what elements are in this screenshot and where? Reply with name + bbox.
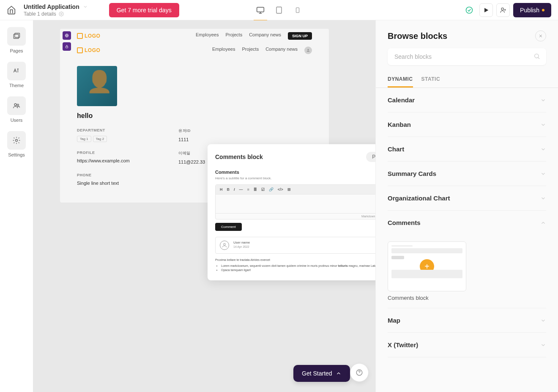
chevron-up-icon — [540, 220, 546, 226]
signup-button[interactable]: SIGN UP — [288, 32, 312, 40]
help-icon[interactable] — [350, 363, 369, 382]
category-kanban[interactable]: Kanban — [388, 112, 546, 137]
heading-tool[interactable]: H — [220, 187, 223, 192]
category-calendar[interactable]: Calendar — [388, 88, 546, 112]
preview-badge: Preview — [366, 152, 375, 162]
comments-block-thumbnail[interactable]: + — [388, 241, 466, 291]
nav-link-employees[interactable]: Employees — [212, 47, 235, 54]
svg-rect-7 — [15, 33, 20, 38]
logo-text: LOGO — [85, 33, 100, 39]
canvas-area: LOGO Employees Projects Company news SIG… — [33, 20, 375, 392]
phone-label: PHONE — [77, 173, 136, 177]
sidebar-item-label: Settings — [8, 152, 25, 157]
sidebar-item-label: Pages — [10, 48, 23, 53]
category-map[interactable]: Map — [388, 308, 546, 333]
nav-link-employees[interactable]: Employees — [196, 32, 219, 40]
category-org-chart[interactable]: Organizational Chart — [388, 186, 546, 211]
chevron-down-icon — [540, 122, 546, 128]
top-bar: Untitled Application Table 1 details Get… — [0, 0, 558, 20]
profile-label: PROFILE — [77, 151, 136, 155]
comments-expanded: + Comments block — [388, 235, 546, 308]
logo-icon — [77, 47, 83, 53]
get-started-button[interactable]: Get Started — [293, 365, 350, 382]
italic-tool[interactable]: I — [234, 187, 235, 192]
block-tabs: DYNAMIC STATIC — [376, 72, 558, 88]
avatar-icon[interactable] — [304, 47, 312, 54]
svg-rect-12 — [66, 47, 68, 48]
publish-label: Publish — [520, 7, 539, 14]
chevron-down-icon[interactable] — [83, 4, 88, 9]
category-comments[interactable]: Comments — [388, 211, 546, 235]
user-avatar-icon — [220, 241, 229, 250]
device-switcher — [256, 6, 302, 14]
bold-tool[interactable]: B — [227, 187, 230, 192]
mobile-icon[interactable] — [293, 6, 302, 14]
comment-submit-button[interactable]: Comment — [215, 223, 242, 231]
browse-blocks-panel: Browse blocks DYNAMIC STATIC Calendar Ka… — [375, 20, 558, 392]
sidebar-item-pages[interactable]: Pages — [7, 27, 26, 53]
sidebar-item-label: Theme — [9, 83, 24, 88]
chevron-down-icon — [540, 195, 546, 201]
hr-tool[interactable]: — — [239, 187, 243, 192]
sidebar-item-users[interactable]: Users — [7, 96, 26, 123]
nav-link-news[interactable]: Company news — [249, 32, 281, 40]
userid-value: 1111 — [178, 137, 238, 142]
tab-static[interactable]: STATIC — [421, 72, 440, 88]
check-status-icon[interactable] — [462, 3, 476, 17]
nav-link-news[interactable]: Company news — [265, 47, 298, 54]
code-tool[interactable]: </> — [278, 187, 283, 192]
comment-editor[interactable]: H B I — ≡ ≣ ☑ 🔗 </> ⊞ Markdown WYSIWYG — [215, 184, 375, 219]
close-icon[interactable] — [535, 30, 546, 41]
codeblock-tool[interactable]: ⊞ — [287, 187, 291, 192]
sidebar-item-label: Users — [11, 118, 23, 123]
ol-tool[interactable]: ≣ — [254, 187, 257, 192]
svg-rect-2 — [276, 7, 282, 13]
phone-value: Single line short text — [77, 181, 136, 186]
lock-icon[interactable] — [63, 42, 71, 51]
logo: LOGO — [77, 33, 100, 39]
search-icon — [533, 53, 540, 60]
desktop-icon[interactable] — [256, 6, 265, 14]
svg-point-13 — [307, 49, 309, 50]
link-tool[interactable]: 🔗 — [269, 187, 274, 192]
nav-bar-2: LOGO Employees Projects Company news — [60, 43, 329, 58]
svg-rect-6 — [14, 34, 19, 38]
chevron-down-icon — [540, 318, 546, 323]
checklist-tool[interactable]: ☑ — [261, 187, 265, 192]
publish-indicator-dot — [542, 9, 544, 11]
sidebar-item-settings[interactable]: Settings — [7, 131, 26, 157]
ul-tool[interactable]: ≡ — [247, 187, 249, 192]
category-chart[interactable]: Chart — [388, 137, 546, 162]
search-input[interactable] — [388, 48, 546, 65]
svg-rect-3 — [296, 8, 299, 13]
nav-link-projects[interactable]: Projects — [242, 47, 259, 54]
globe-icon[interactable] — [63, 31, 71, 40]
chevron-down-icon — [540, 146, 546, 152]
publish-button[interactable]: Publish — [513, 3, 551, 17]
home-icon[interactable] — [7, 5, 17, 15]
tab-dynamic[interactable]: DYNAMIC — [388, 72, 413, 88]
gear-icon[interactable] — [59, 11, 64, 16]
sidebar-item-theme[interactable]: Theme — [7, 62, 26, 88]
markdown-toggle[interactable]: Markdown — [361, 215, 375, 218]
play-icon[interactable] — [479, 3, 493, 17]
trial-button[interactable]: Get 7 more trial days — [109, 3, 179, 17]
chevron-down-icon — [540, 342, 546, 348]
category-twitter[interactable]: X (Twitter) — [388, 333, 546, 357]
svg-point-15 — [535, 54, 539, 58]
nav-bar-1: LOGO Employees Projects Company news SIG… — [60, 29, 329, 43]
svg-point-10 — [16, 140, 18, 142]
dept-label: DEPARTMENT — [77, 128, 136, 132]
nav-link-projects[interactable]: Projects — [225, 32, 242, 40]
svg-rect-1 — [257, 7, 264, 12]
blocks-list[interactable]: Calendar Kanban Chart Summary Cards Orga… — [376, 88, 558, 392]
svg-point-5 — [501, 8, 503, 10]
comments-heading: Comments — [215, 170, 375, 175]
category-summary-cards[interactable]: Summary Cards — [388, 162, 546, 186]
add-user-icon[interactable] — [496, 3, 510, 17]
block-thumb-label: Comments block — [388, 295, 546, 301]
logo: LOGO — [77, 47, 100, 53]
chevron-down-icon — [540, 97, 546, 103]
tablet-icon[interactable] — [275, 6, 283, 14]
app-title: Untitled Application — [24, 3, 79, 10]
